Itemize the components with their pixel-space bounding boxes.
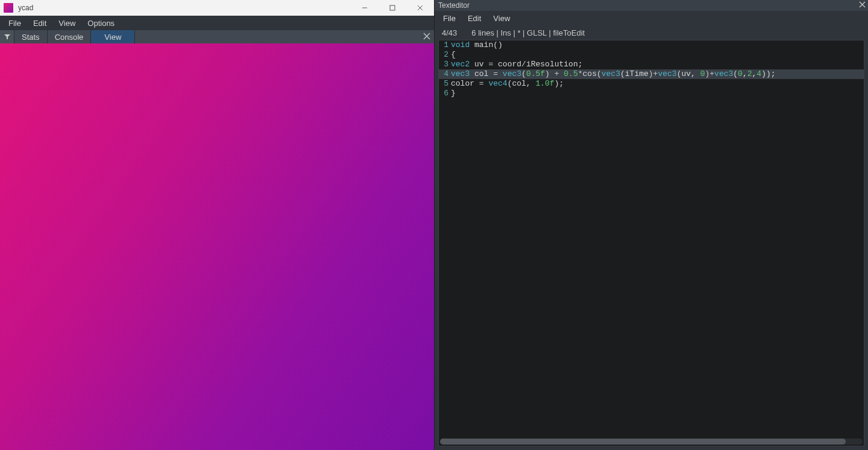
status-info: 6 lines | Ins | * | GLSL | fileToEdit <box>471 28 585 37</box>
editor-title: Texteditor <box>438 1 470 10</box>
tabbar-close-button[interactable] <box>423 33 430 42</box>
tab-stats[interactable]: Stats <box>14 30 48 43</box>
editor-menu-view[interactable]: View <box>487 11 516 25</box>
line-number: 2 <box>439 50 451 60</box>
window-controls <box>351 0 434 16</box>
editor-menu-edit[interactable]: Edit <box>462 11 487 25</box>
editor-titlebar[interactable]: Texteditor <box>435 0 868 11</box>
status-cursor: 4/43 <box>442 28 457 37</box>
app-icon <box>4 3 13 13</box>
window-titlebar[interactable]: ycad <box>0 0 434 16</box>
menu-file[interactable]: File <box>2 16 27 30</box>
code-line[interactable]: 2 { <box>439 50 864 60</box>
editor-close-button[interactable] <box>859 1 866 10</box>
code-line[interactable]: 3 vec2 uv = coord/iResolution; <box>439 60 864 69</box>
close-button[interactable] <box>406 0 434 16</box>
menu-edit[interactable]: Edit <box>27 16 52 30</box>
line-number: 5 <box>439 79 451 89</box>
line-number: 1 <box>439 40 451 50</box>
code-line[interactable]: 5 color = vec4(col, 1.0f); <box>439 79 864 89</box>
maximize-button[interactable] <box>379 0 406 16</box>
tab-console[interactable]: Console <box>48 30 92 43</box>
left-menubar: File Edit View Options <box>0 16 434 30</box>
code-line[interactable]: 1 void main() <box>439 40 864 50</box>
editor-menu-file[interactable]: File <box>437 11 462 25</box>
close-icon <box>859 1 866 8</box>
minimize-button[interactable] <box>351 0 379 16</box>
line-number: 4 <box>439 69 451 79</box>
svg-rect-1 <box>390 5 395 10</box>
shader-viewport[interactable] <box>0 43 434 450</box>
line-number: 6 <box>439 89 451 98</box>
code-line[interactable]: 6 } <box>439 89 864 98</box>
editor-menubar: File Edit View <box>435 11 868 25</box>
menu-options[interactable]: Options <box>81 16 121 30</box>
tabbar-filter-button[interactable] <box>0 30 14 43</box>
window-title: ycad <box>18 4 33 12</box>
left-pane: ycad File Edit View Options <box>0 0 434 450</box>
close-icon <box>423 33 430 40</box>
editor-horizontal-scrollbar[interactable] <box>440 439 863 445</box>
filter-icon <box>4 34 10 40</box>
code-line-current[interactable]: 4 vec3 col = vec3(0.5f) + 0.5*cos(vec3(i… <box>439 69 864 79</box>
scrollbar-thumb[interactable] <box>440 439 846 445</box>
maximize-icon <box>389 5 395 11</box>
right-pane: Texteditor File Edit View 4/43 6 lines |… <box>434 0 868 450</box>
menu-view[interactable]: View <box>52 16 81 30</box>
line-number: 3 <box>439 60 451 69</box>
svg-marker-4 <box>4 34 10 39</box>
close-icon <box>417 5 423 11</box>
minimize-icon <box>362 5 368 11</box>
tab-view[interactable]: View <box>91 30 135 43</box>
editor-statusline: 4/43 6 lines | Ins | * | GLSL | fileToEd… <box>435 25 868 40</box>
left-tabbar: Stats Console View <box>0 30 434 43</box>
code-editor[interactable]: 1 void main() 2 { 3 vec2 uv = coord/iRes… <box>438 40 864 446</box>
